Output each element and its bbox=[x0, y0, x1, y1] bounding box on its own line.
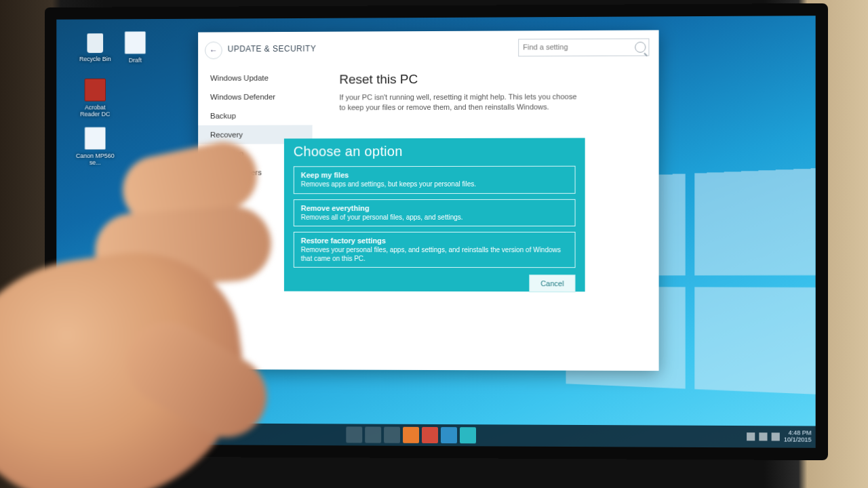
task-search-icon[interactable] bbox=[346, 426, 362, 443]
reset-choose-option-dialog: Choose an option Keep my filesRemoves ap… bbox=[284, 138, 585, 292]
dialog-title: Choose an option bbox=[294, 144, 576, 160]
photo-scene: Recycle BinDraftAcrobat Reader DCCanon M… bbox=[0, 0, 868, 488]
desktop-icon-pdf-file[interactable] bbox=[115, 288, 155, 314]
volume-icon[interactable] bbox=[772, 432, 780, 441]
settings-search[interactable] bbox=[518, 39, 649, 57]
task-view-icon[interactable] bbox=[365, 427, 381, 443]
taskbar-apps bbox=[81, 426, 747, 445]
desktop-icon-recycle-bin[interactable]: Recycle Bin bbox=[75, 31, 115, 62]
taskbar-clock[interactable]: 4:48 PM 10/1/2015 bbox=[784, 430, 812, 443]
system-tray[interactable]: 4:48 PM 10/1/2015 bbox=[747, 430, 812, 443]
cancel-button[interactable]: Cancel bbox=[529, 274, 575, 292]
taskbar-app[interactable] bbox=[403, 427, 419, 443]
reset-option-0[interactable]: Keep my filesRemoves apps and settings, … bbox=[294, 166, 576, 194]
back-button[interactable] bbox=[205, 41, 222, 59]
taskbar-app[interactable] bbox=[422, 427, 438, 443]
tray-icon[interactable] bbox=[747, 432, 755, 441]
reset-option-2[interactable]: Restore factory settingsRemoves your per… bbox=[294, 232, 576, 268]
sidebar-item-windows-update[interactable]: Windows Update bbox=[198, 68, 312, 87]
sidebar-item-windows-defender[interactable]: Windows Defender bbox=[198, 87, 312, 106]
desktop-screen: Recycle BinDraftAcrobat Reader DCCanon M… bbox=[56, 16, 815, 448]
settings-window: UPDATE & SECURITY Windows UpdateWindows … bbox=[198, 30, 658, 371]
settings-category-title: UPDATE & SECURITY bbox=[228, 44, 317, 54]
edge-icon[interactable] bbox=[441, 427, 457, 443]
store-icon[interactable] bbox=[460, 427, 476, 443]
page-title: Reset this PC bbox=[339, 71, 645, 87]
desktop-icon-shortcut[interactable] bbox=[115, 327, 155, 353]
settings-content: Reset this PC If your PC isn't running w… bbox=[339, 67, 645, 123]
search-icon bbox=[635, 42, 646, 53]
network-icon[interactable] bbox=[759, 432, 767, 441]
reset-option-1[interactable]: Remove everythingRemoves all of your per… bbox=[294, 199, 576, 226]
start-button[interactable] bbox=[60, 425, 77, 441]
taskbar[interactable]: 4:48 PM 10/1/2015 bbox=[56, 422, 815, 447]
desktop-icon-printer[interactable]: Canon MP560 se... bbox=[75, 127, 115, 166]
file-explorer-icon[interactable] bbox=[384, 427, 400, 443]
settings-search-input[interactable] bbox=[519, 39, 636, 55]
desktop-icon-draft-file[interactable]: Draft bbox=[115, 31, 155, 64]
sidebar-item-backup[interactable]: Backup bbox=[198, 106, 312, 125]
page-description: If your PC isn't running well, resetting… bbox=[339, 92, 583, 113]
monitor-bezel: Recycle BinDraftAcrobat Reader DCCanon M… bbox=[45, 3, 828, 460]
desktop-icon-acrobat[interactable]: Acrobat Reader DC bbox=[75, 79, 115, 118]
